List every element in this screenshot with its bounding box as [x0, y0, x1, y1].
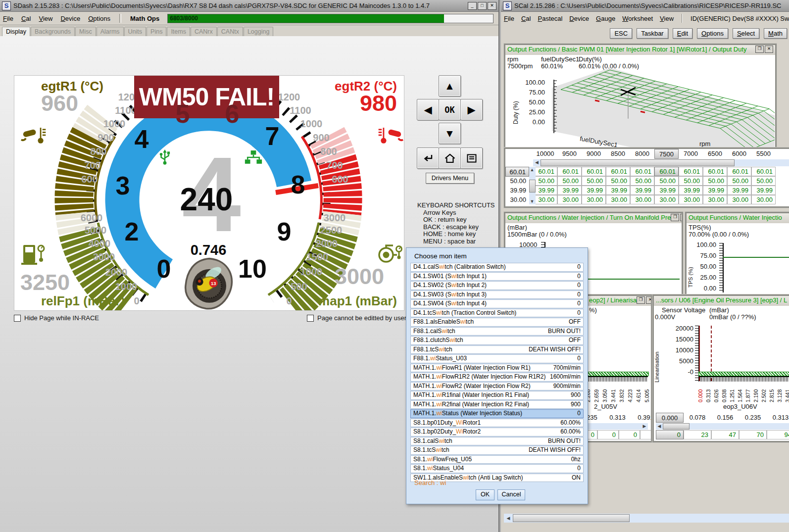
table-col-header-7500[interactable]: 7500	[654, 149, 679, 159]
table-cell[interactable]: 30.00	[703, 195, 727, 204]
eop3-col-header-0.078[interactable]: 0.078	[684, 413, 711, 423]
table-cell[interactable]: 39.99	[654, 186, 679, 195]
scroll-up-icon[interactable]: ▲	[529, 167, 535, 173]
table-cell[interactable]: 60.01	[727, 167, 751, 176]
table-row-header-50.00[interactable]: 50.00	[505, 176, 529, 186]
eop3-window[interactable]: ...sors / U06 [Engine Oil Pressure 3] [e…	[652, 294, 789, 442]
esc-button[interactable]: ESC	[610, 28, 632, 39]
dialog-item[interactable]: D4.1.calSwitch (Calibration Switch)0	[410, 263, 584, 272]
dialog-item[interactable]: F88.1.tcSwitchDEATH WISH OFF!	[410, 345, 584, 354]
table-cell[interactable]: 60.01	[654, 167, 679, 176]
math-button[interactable]: Math	[764, 28, 787, 39]
dialog-item[interactable]: MATH.1.wiStatus (Water Injection Status)…	[410, 409, 584, 418]
eop2-cell[interactable]: 0	[640, 430, 651, 439]
home-button[interactable]	[439, 147, 461, 169]
menu-item-worksheet[interactable]: Worksheet	[622, 15, 653, 22]
table-cell[interactable]: 39.99	[727, 186, 751, 195]
menu-item-device[interactable]: Device	[569, 15, 589, 22]
manifold-window-titlebar[interactable]: Output Functions / Water Injection / Tur…	[505, 213, 682, 224]
menu-item-gauge[interactable]: Gauge	[596, 15, 615, 22]
table-cell[interactable]: 50.00	[606, 176, 630, 186]
table-cell[interactable]: 30.00	[533, 195, 557, 204]
dialog-item[interactable]: D4.1.SW02 (Switch Input 2)0	[410, 281, 584, 290]
down-arrow-button[interactable]: ▼	[439, 123, 461, 144]
table-cell[interactable]: 39.99	[557, 186, 582, 195]
table-cell[interactable]: 39.99	[533, 186, 557, 195]
eop2-scrollbar[interactable]: ▶	[587, 423, 648, 430]
menu-item-cal[interactable]: Cal	[21, 15, 31, 22]
eop2-col-header-0.313[interactable]: 0.313	[603, 413, 632, 423]
table-cell[interactable]: 50.00	[751, 176, 776, 186]
dialog-item[interactable]: MATH.1.wiR1final (Water Injection R1 Fin…	[410, 391, 584, 400]
scroll-left-icon[interactable]: ◀	[656, 423, 662, 429]
drivers-menu-button[interactable]: Drivers Menu	[426, 173, 474, 184]
maximize-icon[interactable]: □	[478, 2, 487, 10]
table-cell[interactable]: 60.01	[703, 167, 727, 176]
sdash-titlebar[interactable]: S SDash 2.15.283 : C:\Users\Public\Docum…	[0, 0, 498, 12]
eop2-col-header-0.235[interactable]: 0.235	[587, 413, 603, 423]
table-vertical-scrollbar[interactable]: ▲▼	[529, 167, 536, 204]
menu-item-pastecal[interactable]: Pastecal	[538, 15, 562, 22]
pwm-table-window[interactable]: 1000095009000850080007500700065006000550…	[504, 147, 789, 208]
table-cell[interactable]: 30.00	[606, 195, 630, 204]
scal-titlebar[interactable]: S SCal 2.15.286 : C:\Users\Public\Docume…	[501, 0, 789, 12]
table-cell[interactable]: 30.00	[751, 195, 776, 204]
table-row-header-60.01[interactable]: 60.01	[505, 167, 529, 177]
close-icon[interactable]: ✕	[646, 296, 651, 304]
table-cell[interactable]: 30.00	[727, 195, 751, 204]
minimize-icon[interactable]: _	[468, 2, 477, 10]
menu-button[interactable]	[460, 147, 483, 169]
dash-preview-panel[interactable]: WM50 FAIL! 4 240 0.746 egtR1 (°C) 960 eg…	[14, 75, 404, 311]
scrollbar-thumb[interactable]	[541, 159, 735, 166]
tab-misc[interactable]: Misc	[75, 27, 96, 36]
close-icon[interactable]: ✕	[680, 214, 682, 221]
eop3-col-header-0.156[interactable]: 0.156	[711, 413, 739, 423]
eop3-cell[interactable]: 47	[711, 430, 739, 439]
table-cell[interactable]: 30.00	[582, 195, 606, 204]
table-col-header-10000[interactable]: 10000	[533, 149, 557, 159]
tab-cantx[interactable]: CANtx	[217, 27, 243, 36]
dialog-item[interactable]: S8.1.calSwitchBURN OUT!	[410, 437, 584, 446]
up-arrow-button[interactable]: ▲	[439, 75, 461, 97]
table-cell[interactable]: 30.00	[654, 195, 679, 204]
table-col-header-9000[interactable]: 9000	[582, 149, 606, 159]
menu-item-options[interactable]: Options	[88, 15, 110, 22]
eop3-cell[interactable]: 0	[656, 430, 684, 439]
eop2-window-titlebar[interactable]: eop2] / Linearisa ❐ ✕	[587, 296, 651, 306]
scroll-left-icon[interactable]: ◀	[505, 515, 512, 522]
table-cell[interactable]: 39.99	[582, 186, 606, 195]
scroll-right-icon[interactable]: ▶	[641, 423, 647, 429]
table-cell[interactable]: 50.00	[582, 176, 606, 186]
menu-item-cal[interactable]: Cal	[521, 15, 531, 22]
dialog-item[interactable]: F88.1.alsEnableSwitchOFF	[410, 318, 584, 327]
table-cell[interactable]: 39.99	[703, 186, 727, 195]
pwm-map-window[interactable]: Output Functions / Basic PWM 01 [Water I…	[504, 44, 777, 151]
select-button[interactable]: Select	[733, 28, 759, 39]
table-col-header-9500[interactable]: 9500	[557, 149, 582, 159]
table-cell[interactable]: 30.00	[679, 195, 703, 204]
table-cell[interactable]: 39.99	[630, 186, 654, 195]
tab-alarms[interactable]: Alarms	[97, 27, 124, 36]
table-cell[interactable]: 50.00	[654, 176, 679, 186]
table-cell[interactable]: 60.01	[606, 167, 630, 176]
table-cell[interactable]: 50.00	[727, 176, 751, 186]
table-cell[interactable]: 50.00	[703, 176, 727, 186]
menu-item-view[interactable]: View	[39, 15, 52, 22]
tab-display[interactable]: Display	[2, 27, 30, 36]
table-cell[interactable]: 39.99	[751, 186, 776, 195]
eop3-col-header-0.235[interactable]: 0.235	[739, 413, 767, 423]
eop2-window[interactable]: eop2] / Linearisa ❐ ✕ %) 2_U05V 2.2682.6…	[586, 294, 652, 442]
tab-units[interactable]: Units	[124, 27, 146, 36]
dialog-item[interactable]: S8.1.bp01Duty_WiRotor160.00%	[410, 419, 584, 428]
options-button[interactable]: Options	[697, 28, 728, 39]
table-cell[interactable]: 39.99	[606, 186, 630, 195]
tps-window[interactable]: Output Functions / Water Injectio TPS(%)…	[685, 212, 789, 296]
dialog-item[interactable]: MATH.1.wiFlowR1 (Water Injection Flow R1…	[410, 364, 584, 373]
table-col-header-7000[interactable]: 7000	[679, 149, 703, 159]
dialog-item[interactable]: S8.1.wiFlowFreq_U050hz	[410, 455, 584, 464]
eop3-window-titlebar[interactable]: ...sors / U06 [Engine Oil Pressure 3] [e…	[654, 296, 789, 306]
table-col-header-6000[interactable]: 6000	[727, 149, 751, 159]
scrollbar-thumb[interactable]	[663, 423, 690, 430]
table-cell[interactable]: 60.01	[751, 167, 776, 176]
eop2-cell[interactable]: 0	[597, 430, 619, 439]
